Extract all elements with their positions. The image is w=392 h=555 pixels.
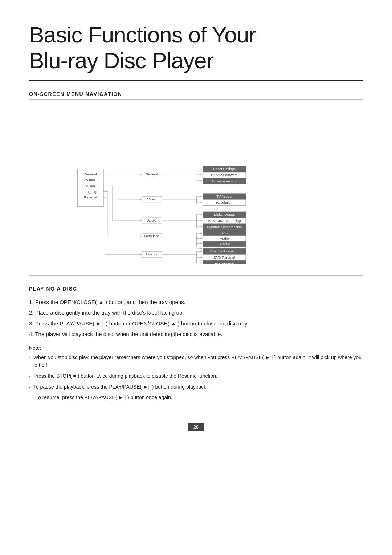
- note-label: Note:: [29, 345, 363, 351]
- section-divider: [29, 275, 363, 276]
- svg-marker-96: [201, 256, 203, 258]
- svg-text:Parental: Parental: [145, 252, 158, 256]
- steps-list: 1. Press the OPEN/CLOSE( ▲ ) button, and…: [29, 298, 363, 339]
- svg-text:Video: Video: [86, 178, 95, 182]
- svg-text:Software Version: Software Version: [211, 179, 237, 183]
- section2-heading: PLAYING A DISC: [29, 286, 363, 292]
- svg-text:Update Firmware: Update Firmware: [211, 173, 237, 177]
- note-bullet-2: ·: [29, 372, 30, 380]
- title-divider: [29, 80, 363, 81]
- svg-text:Parental: Parental: [84, 195, 97, 199]
- svg-text:DVD Parental: DVD Parental: [214, 255, 235, 259]
- svg-marker-47: [201, 201, 203, 203]
- svg-marker-7: [140, 173, 142, 175]
- page-number: 28: [188, 423, 204, 431]
- note-text-2: Press the STOP( ■ ) button twice during …: [33, 372, 217, 380]
- note-bullet-3: ·: [29, 383, 30, 391]
- svg-text:Video: Video: [147, 197, 156, 201]
- svg-marker-77: [201, 238, 203, 239]
- note-text-1: When you stop disc play, the player reme…: [33, 354, 363, 369]
- note-continuation: To resume, press the PLAY/PAUSE( ►‖ ) bu…: [36, 394, 363, 402]
- svg-text:TV Aspect: TV Aspect: [216, 194, 232, 198]
- menu-diagram-svg: General Video Audio Language Parental Ge…: [29, 108, 363, 264]
- menu-diagram: General Video Audio Language Parental Ge…: [29, 108, 363, 264]
- svg-text:Resolution: Resolution: [216, 200, 232, 204]
- svg-text:Dynamic Compression: Dynamic Compression: [207, 224, 242, 228]
- svg-text:General: General: [146, 172, 158, 176]
- svg-text:OSD: OSD: [221, 231, 228, 235]
- svg-marker-61: [201, 225, 203, 227]
- svg-text:PCM Down Sampling: PCM Down Sampling: [208, 219, 241, 223]
- svg-marker-59: [201, 214, 203, 215]
- svg-marker-33: [201, 179, 203, 181]
- note-item-1: · When you stop disc play, the player re…: [29, 354, 363, 369]
- svg-text:BD Parental: BD Parental: [215, 261, 233, 264]
- svg-marker-79: [201, 248, 203, 250]
- svg-text:Change Password: Change Password: [210, 249, 238, 253]
- section1-heading: ON-SCREEN MENU NAVIGATION: [29, 91, 363, 100]
- svg-text:Reset Settings: Reset Settings: [213, 167, 236, 171]
- svg-text:Audio: Audio: [86, 183, 95, 187]
- svg-marker-76: [201, 232, 203, 234]
- svg-marker-11: [140, 198, 142, 200]
- note-item-3: · To pause the playback, press the PLAY/…: [29, 383, 363, 391]
- svg-text:General: General: [84, 172, 97, 176]
- svg-text:Language: Language: [83, 189, 98, 193]
- svg-text:Audio: Audio: [147, 218, 156, 222]
- svg-marker-31: [201, 168, 203, 170]
- note-item-2: · Press the STOP( ■ ) button twice durin…: [29, 372, 363, 380]
- note-bullet-1: ·: [29, 354, 30, 362]
- svg-text:Digital Output: Digital Output: [214, 212, 235, 216]
- svg-marker-32: [201, 174, 203, 175]
- svg-marker-95: [201, 250, 203, 252]
- svg-marker-46: [201, 195, 203, 197]
- svg-text:Language: Language: [144, 234, 159, 238]
- step-3: 3. Press the PLAY/PAUSE( ►‖ ) button or …: [29, 320, 363, 328]
- step-1: 1. Press the OPEN/CLOSE( ▲ ) button, and…: [29, 298, 363, 307]
- note-section: Note: · When you stop disc play, the pla…: [29, 345, 363, 402]
- svg-marker-23: [140, 253, 142, 255]
- step-2: 2. Place a disc gently into the tray wit…: [29, 309, 363, 317]
- svg-marker-15: [140, 219, 142, 221]
- svg-marker-97: [201, 262, 203, 264]
- step-4: 4. The player will playback the disc, wh…: [29, 330, 363, 339]
- svg-text:Audio: Audio: [220, 236, 229, 240]
- note-text-3: To pause the playback, press the PLAY/PA…: [33, 383, 208, 391]
- svg-marker-19: [140, 235, 142, 237]
- svg-text:Subtitle: Subtitle: [219, 242, 230, 246]
- svg-marker-78: [201, 243, 203, 244]
- page-title: Basic Functions of Your Blu-ray Disc Pla…: [29, 22, 363, 74]
- svg-marker-60: [201, 219, 203, 221]
